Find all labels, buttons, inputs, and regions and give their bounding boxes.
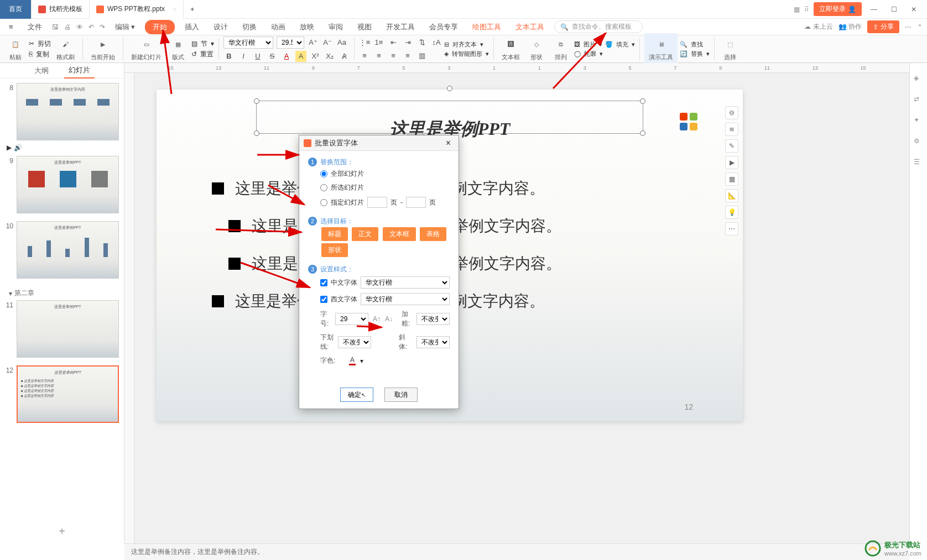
- qat-redo-icon[interactable]: ↷: [100, 23, 105, 31]
- tag-title[interactable]: 标题: [321, 227, 348, 241]
- cloud-status[interactable]: ☁ 未上云: [804, 22, 832, 32]
- tag-textbox[interactable]: 文本框: [383, 227, 416, 241]
- indent-inc-button[interactable]: ⇥: [402, 37, 413, 48]
- underline-select[interactable]: 不改变: [338, 336, 371, 348]
- radio-range-slides[interactable]: 指定幻灯片 页 - 页: [308, 195, 450, 210]
- increase-font-icon[interactable]: A↑: [373, 315, 381, 323]
- font-size-select[interactable]: 29.5: [277, 36, 304, 49]
- slide-thumb-9[interactable]: 这里是举例PPT: [17, 156, 119, 213]
- align-justify-button[interactable]: ≡: [402, 50, 413, 61]
- italic-select[interactable]: 不改变: [416, 336, 450, 348]
- minimize-button[interactable]: —: [866, 2, 882, 17]
- decrease-font-icon[interactable]: A⁻: [322, 37, 333, 48]
- checkbox-input[interactable]: [320, 296, 327, 303]
- tab-templates[interactable]: 找稻壳模板: [32, 0, 90, 19]
- menu-transition[interactable]: 切换: [238, 20, 261, 34]
- rb-outline[interactable]: ◯ 轮廓▾: [574, 50, 603, 58]
- share-button[interactable]: ⇪ 分享: [867, 20, 899, 33]
- add-slide-button[interactable]: +: [0, 520, 124, 543]
- slide-canvas[interactable]: 这里是举例PPT 这里是举例文字内容。这里是举例文字内容。 这里是举例文字内容。…: [134, 73, 909, 543]
- tag-table[interactable]: 表格: [420, 227, 446, 241]
- columns-button[interactable]: ▥: [416, 50, 428, 61]
- radio-input[interactable]: [320, 170, 327, 177]
- layers-tool[interactable]: ≋: [725, 123, 738, 136]
- menu-animation[interactable]: 动画: [267, 20, 290, 34]
- underline-button[interactable]: U: [252, 51, 263, 62]
- bold-select[interactable]: 不改变: [416, 313, 450, 325]
- cancel-button[interactable]: 取消: [384, 388, 418, 402]
- subscript-button[interactable]: X₂: [324, 51, 335, 62]
- more-tool[interactable]: ⋯: [725, 222, 738, 235]
- tab-outline[interactable]: 大纲: [30, 64, 53, 78]
- rb-cut[interactable]: ✂剪切: [29, 39, 51, 49]
- rb-select[interactable]: ⬚选择: [719, 36, 741, 61]
- range-from-input[interactable]: [367, 197, 387, 208]
- align-right-button[interactable]: ≡: [388, 50, 399, 61]
- indent-dec-button[interactable]: ⇤: [388, 37, 399, 48]
- ok-button[interactable]: 确定↖: [340, 388, 373, 402]
- menu-devtools[interactable]: 开发工具: [382, 20, 419, 34]
- thumbnails-list[interactable]: 8这里是举例文字内容 ▶🔊 9这里是举例PPT 10这里是举例PPT ▾ 第二章…: [0, 78, 124, 520]
- window-close-button[interactable]: ✕: [906, 2, 921, 17]
- highlight-button[interactable]: A: [295, 51, 306, 62]
- ruler-tool[interactable]: 📐: [725, 189, 738, 202]
- radio-input[interactable]: [320, 184, 327, 191]
- menu-hamburger[interactable]: ≡: [4, 20, 18, 33]
- apps-icon[interactable]: ⠿: [804, 6, 809, 13]
- animation-panel-icon[interactable]: ✦: [914, 116, 924, 126]
- font-color-picker[interactable]: A: [349, 356, 356, 365]
- audio-thumb-icon[interactable]: 🔊: [14, 144, 22, 151]
- bulb-tool[interactable]: 💡: [725, 206, 738, 219]
- dialog-titlebar[interactable]: 批量设置字体 ×: [299, 135, 459, 151]
- design-panel-icon[interactable]: ◈: [914, 74, 924, 84]
- align-left-button[interactable]: ≡: [359, 50, 370, 61]
- rb-arrange[interactable]: ⧉排列: [550, 36, 572, 61]
- menu-view[interactable]: 视图: [353, 20, 376, 34]
- rb-presenter-tools[interactable]: 🖥演示工具: [644, 33, 678, 65]
- menu-texttools[interactable]: 文本工具: [511, 20, 549, 34]
- collab-button[interactable]: 👥 协作: [839, 22, 862, 32]
- change-case-icon[interactable]: Aa: [336, 37, 347, 48]
- slide-thumb-8[interactable]: 这里是举例文字内容: [17, 83, 119, 140]
- maximize-button[interactable]: ☐: [886, 2, 902, 17]
- play-thumb-icon[interactable]: ▶: [7, 144, 12, 151]
- menu-member[interactable]: 会员专享: [425, 20, 462, 34]
- rb-paste[interactable]: 📋粘贴: [4, 36, 27, 61]
- rb-find[interactable]: 🔍 查找: [680, 40, 710, 49]
- more-icon[interactable]: ⋯: [905, 23, 912, 31]
- settings-panel-icon[interactable]: ⚙: [914, 137, 924, 147]
- text-direction-button[interactable]: ↕A: [431, 37, 442, 48]
- en-font-select[interactable]: 华文行楷: [361, 293, 450, 305]
- play-tool[interactable]: ▶: [725, 156, 738, 169]
- menu-design[interactable]: 设计: [209, 20, 232, 34]
- chevron-up-icon[interactable]: ⌃: [917, 23, 923, 31]
- cn-font-select[interactable]: 华文行楷: [361, 276, 450, 289]
- rb-format-painter[interactable]: 🖌格式刷: [53, 36, 78, 61]
- bold-button[interactable]: B: [223, 51, 235, 62]
- line-spacing-button[interactable]: ⇅: [416, 37, 428, 48]
- size-select[interactable]: 29: [335, 313, 368, 325]
- rb-image[interactable]: 🖼 图片▾: [574, 40, 603, 49]
- decrease-font-icon[interactable]: A↓: [385, 315, 393, 323]
- zoom-out-tool[interactable]: ⊖: [725, 106, 738, 119]
- tag-body[interactable]: 正文: [352, 227, 378, 241]
- tab-document[interactable]: WPS PPT教程.pptx ○: [90, 1, 184, 19]
- menu-file[interactable]: 文件: [23, 20, 46, 34]
- font-name-select[interactable]: 华文行楷: [223, 36, 273, 49]
- menu-insert[interactable]: 插入: [180, 20, 204, 34]
- radio-all-slides[interactable]: 全部幻灯片: [308, 167, 450, 181]
- bullets-button[interactable]: ⋮≡: [359, 37, 370, 48]
- qat-print-icon[interactable]: 🖨: [64, 23, 71, 31]
- section-header[interactable]: ▾ 第二章: [4, 286, 119, 300]
- rb-replace[interactable]: 🔄 替换▾: [680, 50, 710, 58]
- tab-slides[interactable]: 幻灯片: [64, 63, 95, 78]
- radio-selected-slides[interactable]: 所选幻灯片: [308, 181, 450, 195]
- align-center-button[interactable]: ≡: [373, 50, 384, 61]
- dialog-close-button[interactable]: ×: [442, 138, 454, 148]
- checkbox-input[interactable]: [320, 279, 327, 286]
- qat-save-icon[interactable]: 🖫: [52, 23, 59, 31]
- layout-grid-icon[interactable]: ▦: [794, 6, 800, 13]
- menu-edit[interactable]: 编辑 ▾: [111, 20, 140, 34]
- qat-undo-icon[interactable]: ↶: [88, 23, 94, 31]
- resize-handle[interactable]: [254, 98, 259, 104]
